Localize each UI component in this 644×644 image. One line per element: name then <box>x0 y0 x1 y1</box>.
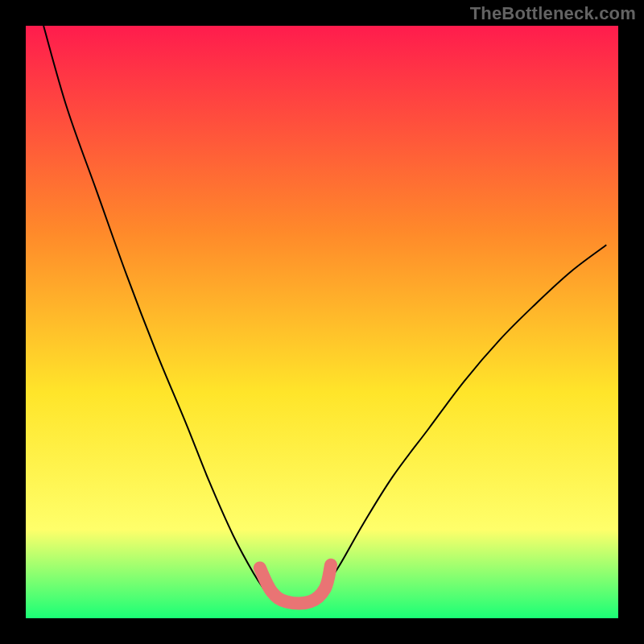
chart-canvas: TheBottleneck.com <box>0 0 644 644</box>
watermark-text: TheBottleneck.com <box>470 3 636 24</box>
bottleneck-plot <box>26 26 618 618</box>
gradient-background <box>26 26 618 618</box>
